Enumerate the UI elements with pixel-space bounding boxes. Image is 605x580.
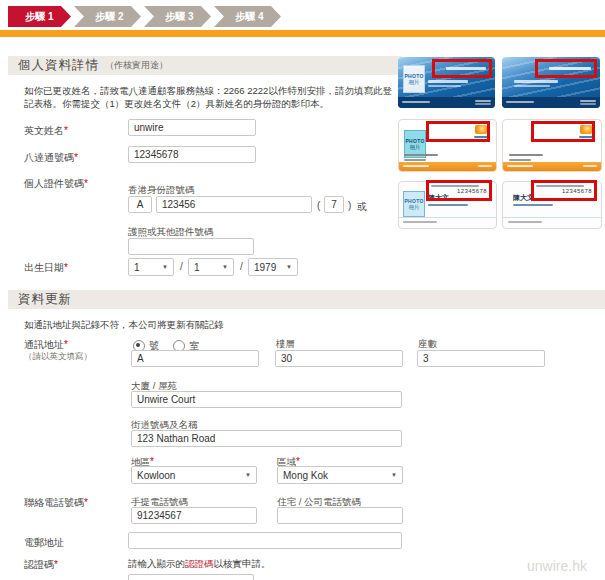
required-asterisk: * bbox=[54, 559, 58, 570]
text-blur bbox=[580, 100, 596, 102]
hkid-prefix-input[interactable] bbox=[128, 196, 152, 213]
address-english-note: （請以英文填寫） bbox=[24, 351, 92, 363]
text-blur bbox=[509, 154, 543, 156]
tab-step-4[interactable]: 步驟 4 bbox=[214, 6, 281, 27]
highlight-box bbox=[535, 59, 597, 78]
card-octopus-white-left: PHOTO 相片 bbox=[398, 119, 497, 172]
text-blur bbox=[478, 165, 492, 167]
dob-year-select[interactable]: 1979▼ bbox=[248, 258, 298, 276]
chevron-down-icon: ▼ bbox=[391, 472, 397, 478]
octopus-number-label: 八達通號碼* bbox=[24, 151, 78, 165]
captcha-hint: 請輸入顯示的認證碼以核實申請。 bbox=[128, 558, 271, 571]
floor-input[interactable] bbox=[275, 350, 403, 367]
card-id-sample-right: 陳大文 12345678 bbox=[502, 181, 602, 229]
hkid-check-digit-input[interactable] bbox=[324, 196, 344, 213]
required-asterisk: * bbox=[84, 497, 88, 508]
or-text: 或 bbox=[357, 200, 367, 214]
text-blur bbox=[428, 80, 468, 83]
text-blur bbox=[514, 85, 550, 87]
highlight-box bbox=[432, 59, 492, 78]
text-blur bbox=[403, 165, 429, 167]
text-blur bbox=[514, 80, 558, 83]
text-blur bbox=[508, 221, 542, 223]
text-blur bbox=[446, 67, 486, 70]
area-select[interactable]: Mong Kok▼ bbox=[277, 466, 403, 484]
email-input[interactable] bbox=[128, 532, 402, 549]
text-blur bbox=[475, 103, 491, 105]
text-blur bbox=[507, 165, 533, 167]
check-digit-open-paren: ( bbox=[317, 200, 320, 211]
required-asterisk: * bbox=[64, 262, 68, 273]
chevron-down-icon: ▼ bbox=[245, 472, 251, 478]
name-change-notice: 如你已更改姓名，請致電八達通顧客服務熱線：2266 2222以作特別安排，請勿填… bbox=[24, 84, 396, 110]
english-name-input[interactable] bbox=[128, 119, 256, 136]
street-input[interactable] bbox=[131, 430, 402, 447]
text-blur bbox=[506, 101, 534, 103]
flat-number-input[interactable] bbox=[131, 350, 259, 367]
dob-label: 出生日期* bbox=[24, 261, 68, 275]
sample-octopus-number: 12345678 bbox=[562, 188, 592, 194]
photo-sub-label: 相片 bbox=[409, 204, 420, 211]
card-id-sample-left: PHOTO 相片 陳大文 12345678 bbox=[398, 181, 497, 229]
chevron-down-icon: ▼ bbox=[286, 264, 292, 270]
card-bottom-band bbox=[502, 97, 600, 108]
photo-sub-label: 相片 bbox=[409, 79, 420, 86]
building-input[interactable] bbox=[131, 391, 402, 408]
highlight-box: 12345678 bbox=[426, 180, 492, 201]
photo-placeholder: PHOTO 相片 bbox=[403, 65, 425, 93]
date-separator: / bbox=[240, 261, 243, 272]
card-personalised-octopus-right bbox=[502, 57, 600, 108]
captcha-label: 認證碼* bbox=[24, 558, 58, 572]
tab-step-2[interactable]: 步驟 2 bbox=[74, 6, 141, 27]
text-blur bbox=[475, 100, 491, 102]
mailing-address-label: 通訊地址* bbox=[24, 338, 68, 352]
passport-input[interactable] bbox=[128, 238, 254, 255]
text-blur bbox=[431, 185, 479, 187]
card-divider bbox=[503, 217, 601, 218]
hkid-digits-input[interactable] bbox=[156, 196, 312, 213]
accent-divider-bar bbox=[0, 30, 605, 37]
district-select[interactable]: Kowloon▼ bbox=[131, 466, 257, 484]
chevron-down-icon: ▼ bbox=[222, 264, 228, 270]
card-bottom-band bbox=[503, 162, 601, 171]
step-progress-bar: 步驟 1 步驟 2 步驟 3 步驟 4 bbox=[8, 6, 284, 27]
mobile-input[interactable] bbox=[131, 507, 257, 524]
sample-octopus-number: 12345678 bbox=[457, 188, 487, 194]
home-office-phone-input[interactable] bbox=[277, 507, 403, 524]
tab-step-1[interactable]: 步驟 1 bbox=[8, 6, 71, 27]
personal-id-label: 個人證件號碼* bbox=[24, 177, 88, 191]
octopus-number-input[interactable] bbox=[128, 146, 256, 163]
section-header-personal-details: 個人資料詳情 （作核實用途） bbox=[8, 56, 402, 75]
dob-month-select[interactable]: 1▼ bbox=[188, 258, 234, 276]
english-name-label: 英文姓名* bbox=[24, 124, 68, 138]
card-divider bbox=[399, 217, 496, 218]
text-blur bbox=[403, 221, 437, 223]
block-input[interactable] bbox=[417, 350, 545, 367]
text-blur bbox=[513, 204, 553, 206]
email-label: 電郵地址 bbox=[24, 536, 64, 550]
chevron-down-icon: ▼ bbox=[162, 264, 168, 270]
watermark: unwire.hk bbox=[527, 558, 587, 574]
text-blur bbox=[404, 154, 438, 156]
required-asterisk: * bbox=[64, 339, 68, 350]
captcha-hint-emphasis: 認證碼 bbox=[185, 558, 214, 569]
registration-form-page: 步驟 1 步驟 2 步驟 3 步驟 4 個人資料詳情 （作核實用途） 如你已更改… bbox=[0, 0, 605, 580]
section-note: （作核實用途） bbox=[105, 59, 168, 72]
step-3-label: 步驟 3 bbox=[165, 11, 193, 22]
step-2-label: 步驟 2 bbox=[95, 11, 123, 22]
required-asterisk: * bbox=[84, 178, 88, 189]
contact-phone-label: 聯絡電話號碼* bbox=[24, 496, 88, 510]
text-blur bbox=[402, 101, 430, 103]
tab-step-3[interactable]: 步驟 3 bbox=[144, 6, 211, 27]
dob-day-select[interactable]: 1▼ bbox=[128, 258, 174, 276]
card-bottom-band bbox=[398, 97, 495, 108]
text-blur bbox=[428, 85, 461, 87]
card-personalised-octopus-left: PHOTO 相片 bbox=[398, 57, 495, 108]
required-asterisk: * bbox=[74, 152, 78, 163]
captcha-input[interactable] bbox=[128, 574, 254, 580]
highlight-box: 12345678 bbox=[531, 180, 597, 201]
text-blur bbox=[580, 103, 596, 105]
text-blur bbox=[583, 165, 597, 167]
address-update-notice: 如通訊地址與記錄不符，本公司將更新有關記錄 bbox=[24, 318, 424, 331]
sample-cards-panel: PHOTO 相片 bbox=[398, 57, 602, 229]
